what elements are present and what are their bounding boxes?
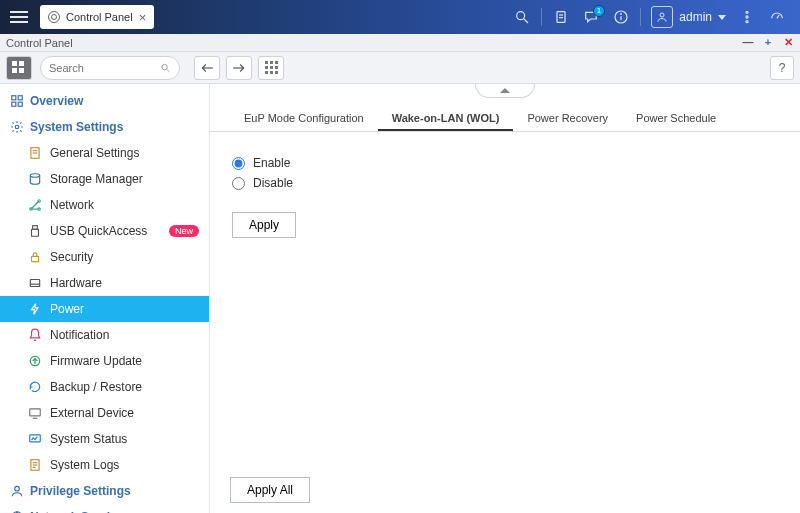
svg-point-13	[162, 64, 167, 69]
sidebar-item-label: Storage Manager	[50, 172, 143, 186]
info-icon[interactable]	[606, 9, 636, 25]
chevron-up-icon	[500, 88, 510, 93]
sidebar-item-label: System Logs	[50, 458, 119, 472]
sidebar-item-notification[interactable]: Notification	[0, 322, 209, 348]
sidebar-group-network-services[interactable]: Network Services	[0, 504, 209, 513]
footer: Apply All	[210, 467, 800, 513]
sidebar-item-label: Backup / Restore	[50, 380, 142, 394]
radio-label: Enable	[253, 156, 290, 170]
sidebar-group-privilege[interactable]: Privilege Settings	[0, 478, 209, 504]
sidebar-item-hardware[interactable]: Hardware	[0, 270, 209, 296]
radio-enable[interactable]: Enable	[232, 156, 778, 170]
dashboard-icon[interactable]	[762, 9, 792, 25]
user-name: admin	[679, 10, 712, 24]
svg-rect-19	[12, 102, 16, 106]
clipboard-icon[interactable]	[546, 9, 576, 25]
radio-label: Disable	[253, 176, 293, 190]
sidebar-item-label: Firmware Update	[50, 354, 142, 368]
sidebar-item-label: Hardware	[50, 276, 102, 290]
sidebar-item-network[interactable]: Network	[0, 192, 209, 218]
sidebar-item-usb[interactable]: USB QuickAccess New	[0, 218, 209, 244]
close-icon[interactable]: ×	[139, 10, 147, 25]
sidebar-item-logs[interactable]: System Logs	[0, 452, 209, 478]
svg-point-25	[30, 174, 39, 178]
svg-point-9	[746, 11, 748, 13]
radio-enable-input[interactable]	[232, 157, 245, 170]
tab-wol[interactable]: Wake-on-LAN (WOL)	[378, 106, 514, 131]
toggle-sidebar-button[interactable]	[6, 56, 32, 80]
tab-recovery[interactable]: Power Recovery	[513, 106, 622, 131]
help-button[interactable]: ?	[770, 56, 794, 80]
tab-label: Power Schedule	[636, 112, 716, 124]
sidebar-item-storage[interactable]: Storage Manager	[0, 166, 209, 192]
toolbar: ?	[0, 52, 800, 84]
settings-panel: Enable Disable Apply	[210, 132, 800, 467]
window-title: Control Panel	[6, 37, 73, 49]
sidebar-item-security[interactable]: Security	[0, 244, 209, 270]
sidebar-item-label: USB QuickAccess	[50, 224, 147, 238]
search-input[interactable]	[49, 62, 160, 74]
apply-button[interactable]: Apply	[232, 212, 296, 238]
sidebar-label: Overview	[30, 94, 83, 108]
radio-disable[interactable]: Disable	[232, 176, 778, 190]
svg-line-14	[167, 69, 169, 71]
svg-rect-17	[12, 96, 16, 100]
svg-rect-2	[557, 12, 565, 23]
sidebar-item-external[interactable]: External Device	[0, 400, 209, 426]
collapse-handle[interactable]	[475, 84, 535, 98]
svg-rect-41	[30, 435, 41, 442]
close-button[interactable]: ✕	[782, 36, 794, 49]
message-icon[interactable]: 1	[576, 9, 606, 25]
tab-row: EuP Mode Configuration Wake-on-LAN (WOL)…	[210, 106, 800, 132]
header-tab-label: Control Panel	[66, 11, 133, 23]
divider	[640, 8, 641, 26]
sidebar-item-power[interactable]: Power	[0, 296, 209, 322]
sidebar-item-label: General Settings	[50, 146, 139, 160]
sidebar-item-label: Network	[50, 198, 94, 212]
radio-disable-input[interactable]	[232, 177, 245, 190]
header-tab-control-panel[interactable]: Control Panel ×	[40, 5, 154, 29]
search-icon	[160, 62, 171, 74]
sidebar-item-label: External Device	[50, 406, 134, 420]
body: Overview System Settings General Setting…	[0, 84, 800, 513]
sidebar-group-system-settings[interactable]: System Settings	[0, 114, 209, 140]
sidebar-item-label: Notification	[50, 328, 109, 342]
collapse-handle-area	[210, 84, 800, 106]
more-icon[interactable]	[732, 9, 762, 25]
divider	[541, 8, 542, 26]
sidebar-item-label: Security	[50, 250, 93, 264]
svg-line-1	[524, 19, 528, 23]
minimize-button[interactable]: —	[742, 36, 754, 49]
maximize-button[interactable]: +	[762, 36, 774, 49]
new-badge: New	[169, 225, 199, 237]
sidebar-group-overview[interactable]: Overview	[0, 88, 209, 114]
apply-all-button[interactable]: Apply All	[230, 477, 310, 503]
svg-rect-20	[18, 102, 22, 106]
sidebar: Overview System Settings General Setting…	[0, 84, 210, 513]
gear-icon	[48, 11, 60, 23]
user-menu[interactable]: admin	[645, 6, 732, 28]
tab-eup[interactable]: EuP Mode Configuration	[230, 106, 378, 131]
sidebar-label: Privilege Settings	[30, 484, 131, 498]
back-button[interactable]	[194, 56, 220, 80]
svg-point-8	[660, 13, 664, 17]
svg-rect-39	[30, 409, 41, 416]
svg-point-11	[746, 21, 748, 23]
forward-button[interactable]	[226, 56, 252, 80]
search-icon[interactable]	[507, 9, 537, 25]
svg-rect-34	[30, 280, 39, 287]
sidebar-item-general[interactable]: General Settings	[0, 140, 209, 166]
svg-point-46	[15, 486, 20, 491]
menu-icon[interactable]	[8, 6, 30, 28]
window-title-bar: Control Panel — + ✕	[0, 34, 800, 52]
sidebar-item-firmware[interactable]: Firmware Update	[0, 348, 209, 374]
sidebar-item-backup[interactable]: Backup / Restore	[0, 374, 209, 400]
sidebar-item-label: System Status	[50, 432, 127, 446]
sidebar-item-status[interactable]: System Status	[0, 426, 209, 452]
tab-schedule[interactable]: Power Schedule	[622, 106, 730, 131]
tab-label: Wake-on-LAN (WOL)	[392, 112, 500, 124]
content: EuP Mode Configuration Wake-on-LAN (WOL)…	[210, 84, 800, 513]
sidebar-item-label: Power	[50, 302, 84, 316]
sidebar-label: System Settings	[30, 120, 123, 134]
app-grid-button[interactable]	[258, 56, 284, 80]
